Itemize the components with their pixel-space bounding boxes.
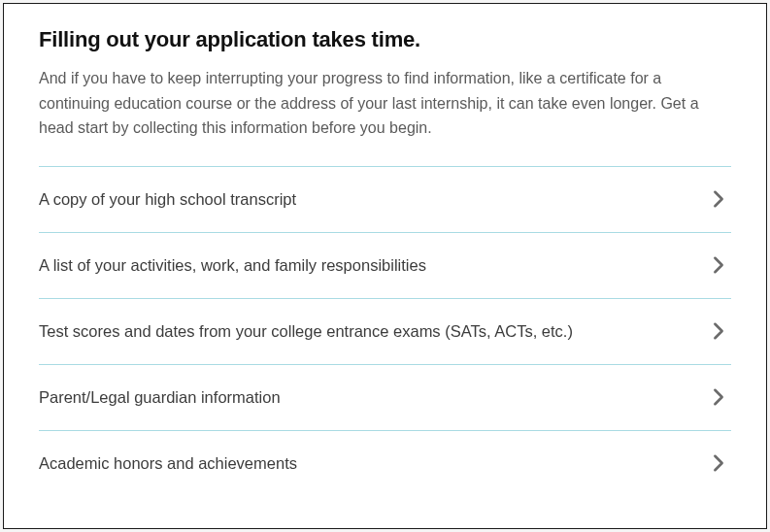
accordion-item-label: Parent/Legal guardian information [39, 388, 281, 407]
accordion-item-honors[interactable]: Academic honors and achievements [39, 430, 731, 496]
page-description: And if you have to keep interrupting you… [39, 66, 731, 141]
accordion-item-transcript[interactable]: A copy of your high school transcript [39, 166, 731, 232]
page-title: Filling out your application takes time. [39, 27, 731, 52]
accordion-item-parent-info[interactable]: Parent/Legal guardian information [39, 364, 731, 430]
chevron-right-icon [710, 454, 727, 472]
accordion-item-activities[interactable]: A list of your activities, work, and fam… [39, 232, 731, 298]
accordion-item-test-scores[interactable]: Test scores and dates from your college … [39, 298, 731, 364]
chevron-right-icon [710, 190, 727, 208]
chevron-right-icon [710, 256, 727, 274]
accordion-item-label: Academic honors and achievements [39, 454, 297, 473]
chevron-right-icon [710, 322, 727, 340]
accordion-item-label: A copy of your high school transcript [39, 190, 296, 209]
application-checklist-card: Filling out your application takes time.… [3, 3, 767, 529]
accordion-item-label: A list of your activities, work, and fam… [39, 256, 426, 275]
accordion-list: A copy of your high school transcript A … [39, 166, 731, 496]
accordion-item-label: Test scores and dates from your college … [39, 322, 573, 341]
chevron-right-icon [710, 388, 727, 406]
